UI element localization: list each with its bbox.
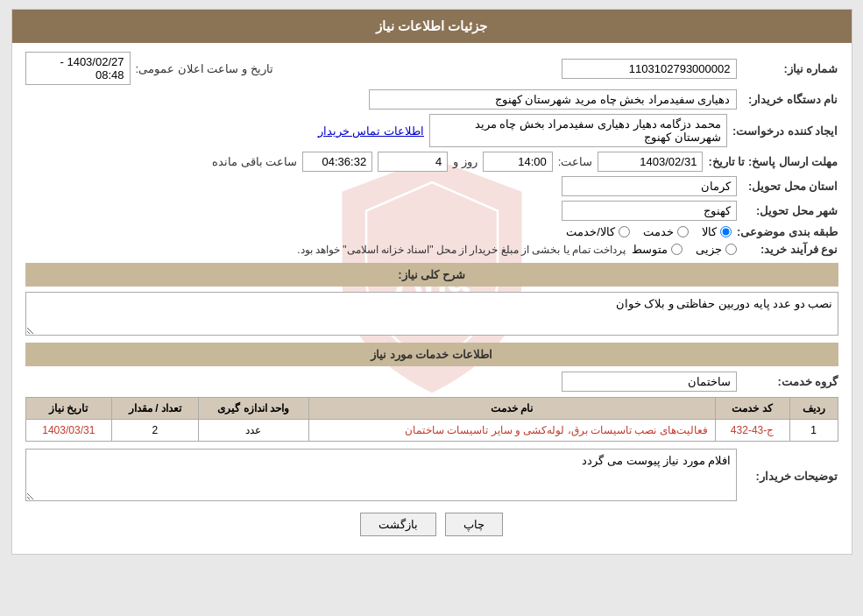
purchase-type-label: نوع فرآیند خرید: (742, 243, 838, 256)
col-date: تاریخ نیاز (25, 398, 112, 420)
general-desc-row (25, 292, 838, 336)
service-group-row: گروه خدمت: ساختمان (25, 372, 838, 392)
need-number-value: 1103102793000002 (562, 59, 737, 79)
buyer-notes-label: توضیحات خریدار: (742, 470, 838, 483)
category-both[interactable]: کالا/خدمت (566, 225, 630, 238)
category-kala[interactable]: کالا (702, 225, 732, 238)
deadline-remaining: 04:36:32 (302, 152, 372, 172)
col-unit: واحد اندازه گیری (198, 398, 308, 420)
purchase-jozi[interactable]: جزیی (696, 243, 737, 256)
button-row: چاپ بازگشت (25, 513, 838, 545)
col-row: ردیف (789, 398, 838, 420)
cell-row: 1 (789, 420, 838, 442)
buyer-org-value: دهیاری سفیدمراد بخش چاه مرید شهرستان کهن… (369, 89, 737, 110)
category-label: طبقه بندی موضوعی: (737, 225, 838, 238)
deadline-day-label: روز و (453, 155, 477, 168)
city-label: شهر محل تحویل: (742, 204, 838, 217)
purchase-note: پرداخت تمام یا بخشی از مبلغ خریدار از مح… (297, 244, 626, 256)
deadline-row: مهلت ارسال پاسخ: تا تاریخ: 1403/02/31 سا… (25, 152, 838, 172)
category-both-label: کالا/خدمت (566, 225, 615, 238)
contact-link[interactable]: اطلاعات تماس خریدار (318, 124, 424, 138)
cell-unit: عدد (198, 420, 308, 442)
purchase-motavasset-label: متوسط (632, 243, 668, 256)
cell-quantity: 2 (112, 420, 198, 442)
buyer-notes-row: توضیحات خریدار: (25, 449, 838, 504)
category-khedmat-label: خدمت (643, 225, 674, 238)
announcement-value: 1403/02/27 - 08:48 (25, 52, 131, 85)
category-row: طبقه بندی موضوعی: کالا خدمت کالا/خدمت (25, 225, 838, 238)
category-options: کالا خدمت کالا/خدمت (566, 225, 732, 238)
back-button[interactable]: بازگشت (360, 513, 436, 536)
deadline-time-label: ساعت: (558, 155, 593, 168)
service-group-label: گروه خدمت: (742, 375, 838, 388)
category-khedmat[interactable]: خدمت (643, 225, 689, 238)
province-row: استان محل تحویل: کرمان (25, 176, 838, 196)
cell-date: 1403/03/31 (25, 420, 112, 442)
creator-row: ایجاد کننده درخواست: محمد دزگامه دهیار د… (25, 114, 838, 147)
col-name: نام خدمت (308, 398, 715, 420)
service-group-value: ساختمان (562, 372, 737, 392)
col-code: کد خدمت (715, 398, 789, 420)
city-value: کهنوج (562, 201, 737, 221)
province-value: کرمان (562, 176, 737, 196)
services-section-header: اطلاعات خدمات مورد نیاز (25, 343, 838, 366)
page-wrapper: Ana Tender جزئیات اطلاعات نیاز شماره نیا… (11, 9, 852, 555)
general-desc-header: شرح کلی نیاز: (25, 263, 838, 287)
purchase-type-row: نوع فرآیند خرید: جزیی متوسط پرداخت تمام … (25, 243, 838, 256)
page-title: جزئیات اطلاعات نیاز (12, 10, 852, 43)
general-desc-textarea[interactable] (25, 292, 838, 336)
deadline-label: مهلت ارسال پاسخ: تا تاریخ: (708, 155, 838, 168)
purchase-motavasset[interactable]: متوسط (632, 243, 683, 256)
deadline-date: 1403/02/31 (598, 152, 703, 172)
col-quantity: تعداد / مقدار (112, 398, 198, 420)
table-row: 1 ج-43-432 فعالیت‌های نصب تاسیسات برق، ل… (25, 420, 838, 442)
need-number-row: شماره نیاز: 1103102793000002 تاریخ و ساع… (25, 52, 838, 85)
province-label: استان محل تحویل: (742, 180, 838, 193)
buyer-org-label: نام دستگاه خریدار: (742, 93, 838, 106)
announcement-label: تاریخ و ساعت اعلان عمومی: (136, 62, 273, 75)
table-header-row: ردیف کد خدمت نام خدمت واحد اندازه گیری ت… (25, 398, 838, 420)
purchase-type-options: جزیی متوسط (632, 243, 737, 256)
remaining-label: ساعت باقی مانده (212, 155, 297, 168)
cell-name: فعالیت‌های نصب تاسیسات برق، لوله‌کشی و س… (308, 420, 715, 442)
purchase-jozi-label: جزیی (696, 243, 722, 256)
city-row: شهر محل تحویل: کهنوج (25, 201, 838, 221)
deadline-days: 4 (378, 152, 448, 172)
buyer-notes-textarea[interactable] (25, 449, 737, 501)
buyer-org-row: نام دستگاه خریدار: دهیاری سفیدمراد بخش چ… (25, 89, 838, 110)
category-kala-label: کالا (702, 225, 717, 238)
creator-value: محمد دزگامه دهیار دهیاری سفیدمراد بخش چا… (429, 114, 727, 147)
services-table: ردیف کد خدمت نام خدمت واحد اندازه گیری ت… (25, 397, 838, 442)
print-button[interactable]: چاپ (445, 513, 503, 536)
need-number-label: شماره نیاز: (742, 62, 838, 75)
creator-label: ایجاد کننده درخواست: (732, 124, 838, 138)
deadline-time: 14:00 (483, 152, 553, 172)
cell-code: ج-43-432 (715, 420, 789, 442)
